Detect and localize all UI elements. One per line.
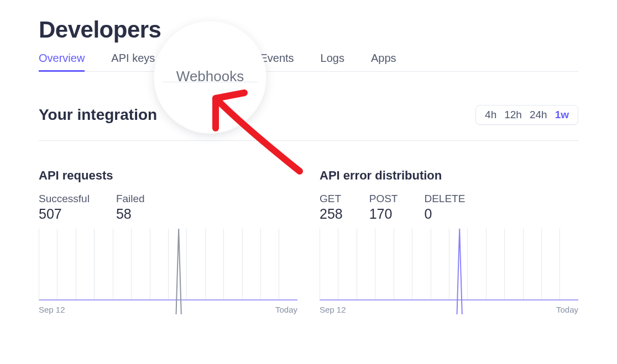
stat-value: 170 — [369, 206, 398, 222]
stat-delete: DELETE 0 — [424, 193, 465, 222]
stat-post: POST 170 — [369, 193, 398, 222]
stat-label: POST — [369, 193, 398, 205]
card-title: API error distribution — [320, 168, 578, 183]
card-api-requests: API requests Successful 507 Failed 58 — [39, 168, 297, 314]
stat-value: 0 — [424, 206, 465, 222]
sparkline-errors-icon — [320, 229, 578, 314]
stat-successful: Successful 507 — [39, 193, 90, 222]
stat-label: Successful — [39, 193, 90, 205]
section-divider — [39, 140, 578, 141]
range-1w[interactable]: 1w — [555, 109, 569, 121]
stat-get: GET 258 — [320, 193, 343, 222]
stat-failed: Failed 58 — [116, 193, 145, 222]
tab-apps[interactable]: Apps — [371, 48, 396, 72]
page-title: Developers — [39, 17, 578, 43]
tab-overview[interactable]: Overview — [39, 48, 85, 72]
section-title: Your integration — [39, 106, 157, 124]
card-title: API requests — [39, 168, 297, 183]
stat-label: GET — [320, 193, 343, 205]
time-range-picker: 4h 12h 24h 1w — [475, 105, 578, 125]
stat-label: Failed — [116, 193, 145, 205]
tab-logs[interactable]: Logs — [321, 48, 344, 72]
range-12h[interactable]: 12h — [504, 109, 522, 121]
tabs: Overview API keys Webhooks Events Logs A… — [39, 48, 578, 72]
range-4h[interactable]: 4h — [485, 109, 496, 121]
sparkline-failed-icon — [39, 229, 297, 314]
stat-value: 507 — [39, 206, 90, 222]
chart-api-errors — [320, 229, 578, 300]
tab-events[interactable]: Events — [260, 48, 294, 72]
stat-value: 58 — [116, 206, 145, 222]
chart-api-requests — [39, 229, 297, 300]
card-api-errors: API error distribution GET 258 POST 170 … — [320, 168, 578, 314]
tab-api-keys[interactable]: API keys — [111, 48, 155, 72]
range-24h[interactable]: 24h — [530, 109, 547, 121]
stat-label: DELETE — [424, 193, 465, 205]
stat-value: 258 — [320, 206, 343, 222]
